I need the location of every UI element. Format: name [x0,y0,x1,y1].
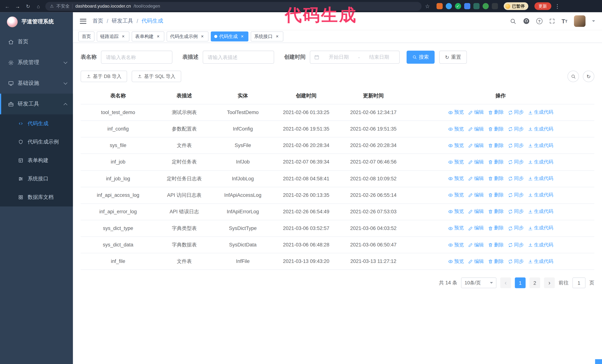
import-sql-button[interactable]: 基于 SQL 导入 [132,71,181,82]
edit-link[interactable]: 编辑 [468,208,484,216]
reset-button[interactable]: 重置 [439,51,467,64]
fullscreen-icon[interactable] [549,18,555,24]
generate-code-link[interactable]: 生成代码 [528,225,553,232]
sidebar-item-home[interactable]: 首页 [0,31,73,52]
generate-code-link[interactable]: 生成代码 [528,191,553,199]
generate-code-link[interactable]: 生成代码 [528,208,553,216]
breadcrumb-home[interactable]: 首页 [93,18,103,24]
extension-icon[interactable] [436,3,442,9]
chevron-down-icon[interactable] [592,20,595,23]
font-size-icon[interactable] [562,18,568,24]
extension-icon[interactable] [482,3,488,9]
delete-link[interactable]: 删除 [488,258,504,265]
browser-home-icon[interactable] [35,3,42,9]
edit-link[interactable]: 编辑 [468,125,484,133]
extension-icon[interactable] [464,3,470,9]
close-icon[interactable] [121,34,126,39]
tab-trace[interactable]: 链路追踪 [97,31,129,42]
close-icon[interactable] [239,34,245,39]
page-button-1[interactable]: 1 [515,278,526,288]
close-icon[interactable] [275,34,280,39]
sidebar-item-db-docs[interactable]: 数据库文档 [0,188,73,207]
sidebar-item-codegen[interactable]: 代码生成 [0,114,73,133]
generate-code-link[interactable]: 生成代码 [528,142,553,149]
extension-icon[interactable] [473,3,479,9]
edit-link[interactable]: 编辑 [468,258,484,265]
extension-icon[interactable] [492,3,498,9]
close-icon[interactable] [200,34,205,39]
generate-code-link[interactable]: 生成代码 [528,158,553,166]
preview-link[interactable]: 预览 [448,208,464,216]
page-size-select[interactable]: 10条/页 [461,278,496,288]
sync-link[interactable]: 同步 [508,191,524,199]
edit-link[interactable]: 编辑 [468,191,484,199]
extension-icon[interactable] [445,3,452,9]
refresh-table-button[interactable] [583,71,594,82]
edit-link[interactable]: 编辑 [468,142,484,149]
sidebar-item-system-api[interactable]: 系统接口 [0,170,73,188]
delete-link[interactable]: 删除 [488,125,504,133]
date-range-picker[interactable]: 开始日期 - 结束日期 [310,51,400,64]
preview-link[interactable]: 预览 [448,191,464,199]
browser-back-icon[interactable] [4,3,11,9]
sidebar-item-form-builder[interactable]: 表单构建 [0,151,73,170]
browser-forward-icon[interactable] [14,3,21,9]
close-icon[interactable] [155,34,161,39]
generate-code-link[interactable]: 生成代码 [528,125,553,133]
sync-link[interactable]: 同步 [508,258,524,265]
bookmark-star-icon[interactable] [425,3,430,9]
delete-link[interactable]: 删除 [488,158,504,166]
sync-link[interactable]: 同步 [508,225,524,232]
delete-link[interactable]: 删除 [488,109,504,116]
generate-code-link[interactable]: 生成代码 [528,109,553,116]
edit-link[interactable]: 编辑 [468,158,484,166]
extension-icon[interactable] [455,3,461,9]
tab-home[interactable]: 首页 [78,31,95,42]
sync-link[interactable]: 同步 [508,175,524,182]
tab-codegen-example[interactable]: 代码生成示例 [167,31,209,42]
sidebar-item-infrastructure[interactable]: 基础设施 [0,73,73,94]
delete-link[interactable]: 删除 [488,175,504,182]
delete-link[interactable]: 删除 [488,241,504,249]
search-icon[interactable] [510,18,516,24]
preview-link[interactable]: 预览 [448,109,464,116]
generate-code-link[interactable]: 生成代码 [528,175,553,182]
sync-link[interactable]: 同步 [508,241,524,249]
delete-link[interactable]: 删除 [488,208,504,216]
sync-link[interactable]: 同步 [508,109,524,116]
search-button[interactable]: 搜索 [407,51,435,64]
sidebar-item-system-management[interactable]: 系统管理 [0,52,73,73]
preview-link[interactable]: 预览 [448,241,464,249]
preview-link[interactable]: 预览 [448,125,464,133]
sync-link[interactable]: 同步 [508,142,524,149]
delete-link[interactable]: 删除 [488,225,504,232]
preview-link[interactable]: 预览 [448,142,464,149]
profile-paused-badge[interactable]: 已暂停 [504,2,528,10]
preview-link[interactable]: 预览 [448,158,464,166]
goto-page-input[interactable] [572,278,585,288]
sidebar-item-codegen-example[interactable]: 代码生成示例 [0,133,73,151]
corner-widget[interactable] [595,359,602,364]
browser-menu-icon[interactable] [555,3,560,9]
delete-link[interactable]: 删除 [488,142,504,149]
delete-link[interactable]: 删除 [488,191,504,199]
sync-link[interactable]: 同步 [508,125,524,133]
avatar[interactable] [574,15,586,27]
table-name-input[interactable] [101,51,172,64]
edit-link[interactable]: 编辑 [468,175,484,182]
prev-page-button[interactable] [500,278,511,288]
toggle-search-button[interactable] [567,71,579,82]
sidebar-item-dev-tools[interactable]: 研发工具 [0,94,73,114]
preview-link[interactable]: 预览 [448,258,464,265]
browser-reload-icon[interactable] [25,3,32,9]
generate-code-link[interactable]: 生成代码 [528,241,553,249]
tab-system-api[interactable]: 系统接口 [251,31,283,42]
tab-form-builder[interactable]: 表单构建 [132,31,164,42]
edit-link[interactable]: 编辑 [468,109,484,116]
table-desc-input[interactable] [203,51,274,64]
generate-code-link[interactable]: 生成代码 [528,258,553,265]
import-db-button[interactable]: 基于 DB 导入 [81,71,127,82]
browser-update-button[interactable]: 更新 [534,2,551,10]
app-logo-row[interactable]: 芋道管理系统 [0,12,73,31]
edit-link[interactable]: 编辑 [468,241,484,249]
